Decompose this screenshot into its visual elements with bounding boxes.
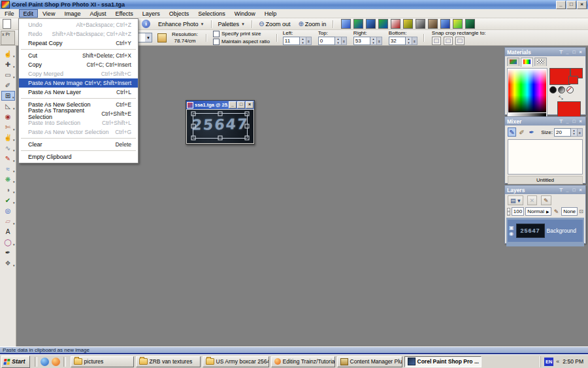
menu-item-paste-as-transparent-selection[interactable]: Paste As Transparent SelectionCtrl+Shift… xyxy=(19,109,138,118)
dock-close-icon[interactable]: x xyxy=(2,32,5,37)
task-content-manager-plus[interactable]: Content Manager Plus xyxy=(337,356,402,367)
selection-handle[interactable] xyxy=(245,124,250,128)
menu-item-cut[interactable]: CutShift+Delete; Ctrl+X xyxy=(19,51,138,60)
info-icon[interactable]: i xyxy=(142,20,150,28)
menu-layers[interactable]: Layers xyxy=(138,9,165,18)
image-canvas[interactable]: 25647 xyxy=(187,110,253,143)
flyout-arrow-icon[interactable]: ▾ xyxy=(13,75,15,79)
crop-marquee[interactable] xyxy=(193,113,248,139)
mixer-size-value[interactable]: 20 xyxy=(554,128,571,137)
panel-minimize-icon[interactable]: _ xyxy=(564,188,570,192)
mixer-panel-titlebar[interactable]: Mixer ⊤ _ □ × xyxy=(505,117,585,125)
palettes-button[interactable]: Palettes ▼ xyxy=(215,20,248,28)
tab-swatches[interactable] xyxy=(534,58,547,66)
new-layer-button[interactable]: ▤ ▾ xyxy=(508,195,523,205)
menu-objects[interactable]: Objects xyxy=(165,9,194,18)
language-indicator[interactable]: EN xyxy=(544,358,553,366)
minimize-button[interactable]: _ xyxy=(556,1,566,9)
paint-brush-tool[interactable]: ✎▾ xyxy=(1,154,15,163)
flyout-arrow-icon[interactable]: ▾ xyxy=(13,243,15,246)
panel-minimize-icon[interactable]: _ xyxy=(564,50,570,54)
menu-help[interactable]: Help xyxy=(260,9,282,18)
snap-layer-opaque-icon[interactable] xyxy=(432,37,441,45)
picture-tube-tool[interactable]: ◎ xyxy=(1,206,15,216)
pen-tool[interactable]: ✒ xyxy=(1,248,15,258)
menu-file[interactable]: File xyxy=(0,9,19,18)
image-window-titlebar[interactable]: ssa1.tga @ 25... _ □ × xyxy=(186,101,254,109)
background-color-swatch-2[interactable] xyxy=(568,76,578,84)
move-tool[interactable]: ✚▾ xyxy=(1,59,15,69)
dropper-tool[interactable]: ✐ xyxy=(1,80,15,90)
enhance-photo-button[interactable]: Enhance Photo ▼ xyxy=(155,20,208,28)
spinner-buttons[interactable]: ▲▼ xyxy=(406,37,412,45)
checkbox-maintain-aspect-ratio[interactable]: Maintain aspect ratio xyxy=(213,39,270,45)
menu-item-empty-clipboard[interactable]: Empty Clipboard xyxy=(19,152,138,161)
flyout-arrow-icon[interactable]: ▾ xyxy=(13,138,15,142)
snap-merged-opaque-icon[interactable] xyxy=(444,37,453,45)
checkbox-icon[interactable] xyxy=(213,39,220,45)
crop-field-control[interactable]: 32▲▼≡ xyxy=(389,37,417,45)
dodge-burn-tool[interactable]: ◑▾ xyxy=(1,185,15,195)
panel-close-icon[interactable]: × xyxy=(578,50,583,54)
task-corel-paint-shop-pro-[interactable]: Corel Paint Shop Pro ... xyxy=(404,356,482,367)
spinner-buttons[interactable]: ▲▼ xyxy=(335,37,342,45)
effect-texture-icon[interactable] xyxy=(465,19,475,29)
crop-field-control[interactable]: 0▲▼≡ xyxy=(318,37,347,45)
flyout-arrow-icon[interactable]: ▾ xyxy=(13,169,15,173)
crop-field-value[interactable]: 32 xyxy=(389,37,406,45)
spinner-slider[interactable]: ≡ xyxy=(306,37,312,45)
flyout-arrow-icon[interactable]: ▾ xyxy=(13,190,15,194)
preset-shape-tool[interactable]: ◯▾ xyxy=(1,237,15,247)
color-effects-brush-tool[interactable]: ❋▾ xyxy=(1,175,15,184)
mixer-brush-tool[interactable]: ✒ xyxy=(527,127,536,137)
menu-image[interactable]: Image xyxy=(59,9,85,18)
panel-maximize-icon[interactable]: □ xyxy=(571,188,577,192)
transparent-style-icon[interactable] xyxy=(566,86,574,93)
eye-icon[interactable]: ◉ xyxy=(509,231,514,237)
mixer-size-control[interactable]: 20▲▼≡ xyxy=(554,128,583,137)
maximize-button[interactable]: □ xyxy=(566,1,576,9)
panel-close-icon[interactable]: × xyxy=(578,119,583,124)
snap-current-selection-icon[interactable] xyxy=(455,37,465,45)
effect-browser-icon[interactable] xyxy=(341,19,351,29)
layer-row-background[interactable]: ▣ ◉ 25647 Background xyxy=(508,220,583,242)
gradient-style-icon[interactable] xyxy=(558,86,565,93)
crop-field-control[interactable]: 11▲▼≡ xyxy=(283,37,312,45)
panel-maximize-icon[interactable]: □ xyxy=(571,119,577,124)
lock-icon[interactable]: ⊡ xyxy=(579,209,583,214)
internet-explorer-icon[interactable] xyxy=(41,358,49,366)
crop-tool[interactable]: ⊞▾ xyxy=(1,91,15,101)
flyout-arrow-icon[interactable]: ▾ xyxy=(13,65,15,69)
selection-handle[interactable] xyxy=(218,136,223,141)
effect-page-curl-icon[interactable] xyxy=(391,19,400,29)
tray-chevron-icon[interactable]: « xyxy=(556,358,559,365)
firefox-icon[interactable] xyxy=(52,358,60,366)
crop-field-control[interactable]: 53▲▼≡ xyxy=(353,37,382,45)
crop-field-value[interactable]: 11 xyxy=(283,37,300,45)
effect-sphere-icon[interactable] xyxy=(366,19,376,29)
checkbox-specify-print-size[interactable]: Specify print size xyxy=(213,31,270,37)
pin-icon[interactable]: ⊤ xyxy=(558,50,564,55)
task-zrb-van-textures[interactable]: ZRB van textures xyxy=(136,356,201,367)
flyout-arrow-icon[interactable]: ▾ xyxy=(13,127,15,131)
flyout-arrow-icon[interactable]: ▾ xyxy=(12,95,14,99)
spinner-slider[interactable]: ≡ xyxy=(342,37,347,45)
eraser-tool[interactable]: ▱▾ xyxy=(1,216,15,226)
spinner-buttons[interactable]: ▲▼ xyxy=(571,128,578,137)
effect-buttonize-icon[interactable] xyxy=(378,19,388,29)
pin-icon[interactable]: ⊤ xyxy=(558,119,564,124)
mixer-palette-knife-tool[interactable]: ✐ xyxy=(517,127,526,137)
start-button[interactable]: Start xyxy=(1,356,30,368)
menu-window[interactable]: Window xyxy=(230,9,260,18)
task-us-army-boxcar-25647-t-[interactable]: US Army boxcar 25647 T... xyxy=(203,356,269,367)
panel-minimize-icon[interactable]: _ xyxy=(564,119,570,124)
color-replacer-tool[interactable]: ✔▾ xyxy=(1,195,15,205)
menu-edit[interactable]: Edit xyxy=(19,9,39,18)
swap-colors-icon[interactable]: ⤡ xyxy=(559,95,583,101)
layer-opacity-value[interactable]: 100 xyxy=(512,207,524,216)
menu-adjust[interactable]: Adjust xyxy=(85,9,110,18)
color-style-icon[interactable] xyxy=(549,86,557,93)
effect-weave-icon[interactable] xyxy=(416,19,425,29)
menu-item-paste-as-new-layer[interactable]: Paste As New LayerCtrl+L xyxy=(19,88,138,97)
scratch-remover-tool[interactable]: ∿▾ xyxy=(1,143,15,153)
